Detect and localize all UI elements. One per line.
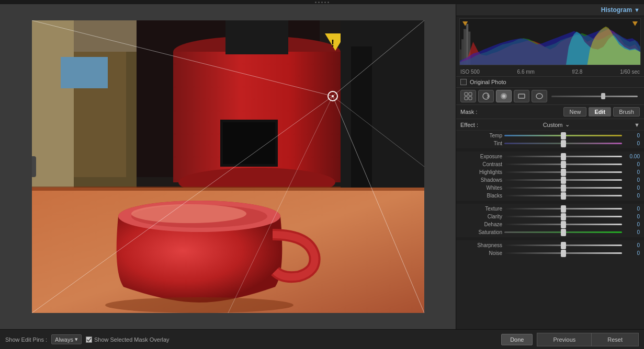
slider-value-temp: 0 [624,133,640,138]
previous-button[interactable]: Previous [537,333,591,346]
always-label: Always [55,336,73,343]
slider-row-texture: Texture 0 [456,205,644,213]
slider-label-clarity: Clarity [460,214,502,219]
reset-button[interactable]: Reset [591,333,639,346]
slider-row-shadows: Shadows 0 [456,176,644,184]
effect-collapse-icon[interactable]: ▼ [634,122,640,128]
image-area: ! [0,4,456,329]
mask-edit-btn[interactable]: Edit [589,107,611,117]
slider-row-saturation: Saturation 0 [456,228,644,236]
slider-track-blacks[interactable] [504,195,622,196]
histogram-dropdown-icon[interactable]: ▼ [634,7,640,13]
slider-track-noise[interactable] [504,252,622,254]
done-button[interactable]: Done [501,334,533,345]
slider-track-exposure[interactable] [504,156,622,157]
slider-row-tint: Tint 0 [456,139,644,147]
mask-brush-btn[interactable]: Brush [613,107,640,117]
edge-resize-handle[interactable] [32,156,36,177]
always-dropdown[interactable]: Always ▾ [51,334,82,344]
top-grip [0,0,644,4]
bottom-bar: Show Edit Pins : Always ▾ Show Selected … [0,329,644,349]
slider-track-dehaze[interactable] [504,224,622,225]
rect-tool-icon[interactable] [514,90,529,102]
svg-rect-16 [32,20,74,188]
overlay-checkbox-row[interactable]: Show Selected Mask Overlay [86,336,170,343]
svg-point-34 [332,95,334,97]
svg-rect-45 [465,97,468,100]
histogram-chart [459,18,641,65]
svg-rect-26 [351,46,372,188]
mask-label: Mask : [460,109,477,115]
slider-row-exposure: Exposure 0.00 [456,153,644,160]
slider-value-noise: 0 [624,250,640,256]
slider-track-shadows[interactable] [504,179,622,181]
mask-row: Mask : New Edit Brush [456,105,644,119]
slider-track-clarity[interactable] [504,216,622,217]
slider-label-temp: Temp [460,133,502,138]
svg-rect-43 [465,92,468,96]
slider-track-whites[interactable] [504,187,622,189]
slider-label-tint: Tint [460,141,502,146]
slider-value-clarity: 0 [624,214,640,219]
histogram-header: Histogram ▼ [456,4,644,16]
slider-track-highlights[interactable] [504,171,622,173]
svg-rect-44 [469,92,472,96]
slider-value-dehaze: 0 [624,222,640,227]
slider-track-sharpness[interactable] [504,245,622,246]
slider-row-dehaze: Dehaze 0 [456,220,644,228]
original-photo-label: Original Photo [470,79,506,85]
circle-arrow-tool-icon[interactable] [478,90,494,102]
slider-track-saturation[interactable] [504,231,622,233]
slider-value-shadows: 0 [624,177,640,183]
tool-icons-row [456,88,644,105]
slider-row-noise: Noise 0 [456,249,644,257]
exif-iso: ISO 500 [460,69,480,75]
slider-value-blacks: 0 [624,193,640,199]
slider-value-exposure: 0.00 [624,154,640,159]
exif-aperture: f/2.8 [572,69,582,75]
mask-new-btn[interactable]: New [563,107,586,117]
effect-dropdown[interactable]: Custom ⌄ [543,121,570,128]
slider-row-clarity: Clarity 0 [456,213,644,220]
effect-value: Custom [543,122,563,128]
slider-label-saturation: Saturation [460,229,502,235]
svg-point-51 [536,94,543,99]
edit-pins-label: Show Edit Pins : [5,336,47,343]
slider-track-contrast[interactable] [504,164,622,165]
slider-value-saturation: 0 [624,229,640,235]
effect-label: Effect : [460,122,478,128]
svg-point-24 [105,297,293,313]
slider-label-blacks: Blacks [460,193,502,199]
oval-tool-icon[interactable] [532,90,547,102]
slider-row-sharpness: Sharpness 0 [456,241,644,249]
slider-value-highlights: 0 [624,169,640,175]
svg-point-49 [502,95,505,98]
slider-track-tint[interactable] [504,143,622,144]
slider-label-noise: Noise [460,250,502,256]
svg-text:!: ! [331,38,334,49]
sliders-section: Temp 0 Tint 0 Exposure [456,131,644,258]
slider-value-tint: 0 [624,141,640,146]
slider-track-texture[interactable] [504,208,622,210]
slider-label-sharpness: Sharpness [460,242,502,248]
bottom-left: Show Edit Pins : Always ▾ Show Selected … [5,334,497,344]
svg-rect-10 [225,20,288,54]
svg-rect-17 [61,57,108,88]
always-dropdown-chevron: ▾ [75,336,78,343]
circle-tool-icon[interactable] [496,90,512,102]
slider-label-shadows: Shadows [460,177,502,183]
exif-shutter: 1/60 sec [620,69,640,75]
slider-label-whites: Whites [460,185,502,191]
photo-canvas[interactable]: ! [32,20,424,313]
slider-track-temp[interactable] [504,135,622,136]
overlay-checkbox[interactable] [86,336,92,343]
grid-tool-icon[interactable] [460,90,476,102]
mask-buttons: New Edit Brush [563,107,640,117]
slider-row-temp: Temp 0 [456,132,644,139]
slider-row-blacks: Blacks 0 [456,192,644,200]
slider-value-sharpness: 0 [624,242,640,248]
slider-value-texture: 0 [624,206,640,212]
svg-rect-50 [518,94,525,98]
svg-point-23 [131,204,246,223]
original-photo-row[interactable]: Original Photo [456,77,644,88]
